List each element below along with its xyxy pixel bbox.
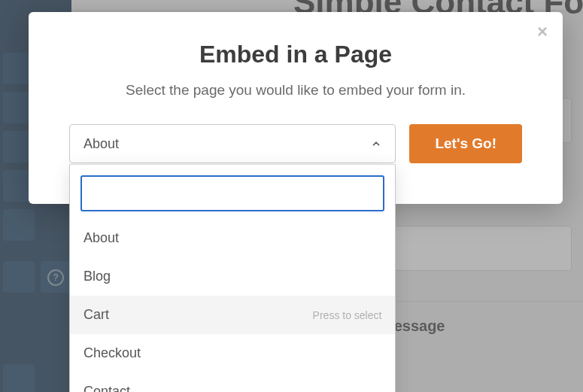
dropdown-item[interactable]: Contact	[70, 372, 395, 392]
dropdown-item-label: About	[84, 230, 119, 246]
close-icon: ×	[537, 21, 548, 41]
dropdown-item-label: Checkout	[84, 345, 141, 361]
close-button[interactable]: ×	[537, 23, 548, 41]
dropdown-item[interactable]: CartPress to select	[70, 296, 395, 334]
modal-title: Embed in a Page	[69, 41, 522, 68]
chevron-up-icon	[371, 138, 381, 149]
page-select-trigger[interactable]: About	[69, 124, 396, 163]
lets-go-button[interactable]: Let's Go!	[409, 124, 522, 163]
dropdown-item-label: Blog	[84, 269, 111, 284]
dropdown-item[interactable]: Checkout	[70, 334, 395, 372]
embed-modal: × Embed in a Page Select the page you wo…	[29, 12, 563, 204]
page-select: About AboutBlogCartPress to selectChecko…	[69, 124, 396, 163]
controls-row: About AboutBlogCartPress to selectChecko…	[69, 124, 522, 163]
dropdown-item[interactable]: About	[70, 219, 395, 257]
dropdown-item[interactable]: Blog	[70, 257, 395, 296]
page-select-value: About	[84, 136, 119, 152]
dropdown-item-hint: Press to select	[313, 309, 382, 321]
dropdown-search-input[interactable]	[80, 175, 384, 211]
modal-subtitle: Select the page you would like to embed …	[69, 82, 522, 99]
page-select-dropdown: AboutBlogCartPress to selectCheckoutCont…	[69, 164, 396, 392]
dropdown-item-label: Contact	[84, 384, 130, 392]
dropdown-item-label: Cart	[84, 307, 109, 323]
